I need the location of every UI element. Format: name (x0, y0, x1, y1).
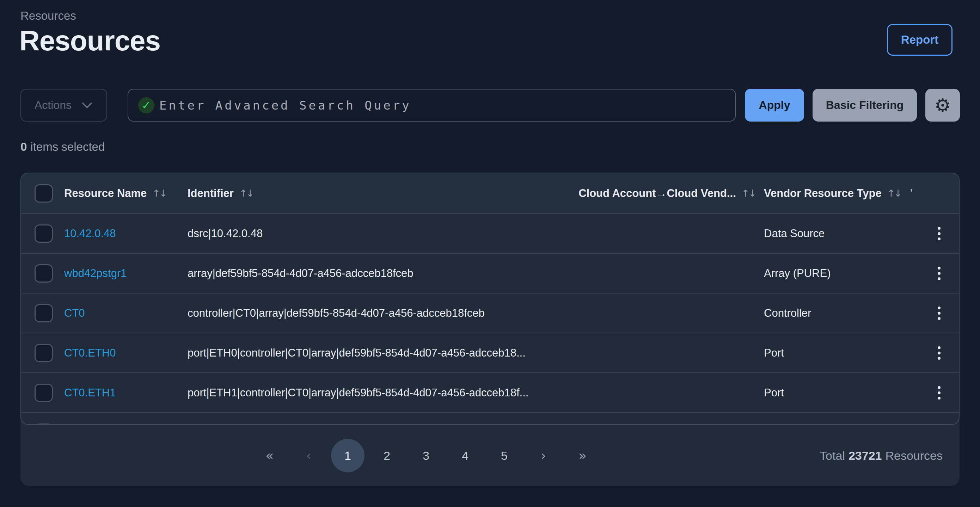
chevron-down-icon (82, 102, 92, 108)
table-row: CT0 controller|CT0|array|def59bf5-854d-4… (21, 293, 959, 332)
page-title: Resources (19, 25, 161, 57)
row-actions-kebab-icon[interactable] (938, 346, 940, 360)
column-header-identifier[interactable]: Identifier (188, 187, 234, 200)
sort-icon-cloud-account[interactable]: ↑↓ (742, 188, 756, 199)
sort-icon-vendor-resource-type[interactable]: ↑↓ (887, 188, 901, 199)
selection-summary: 0items selected (21, 140, 105, 154)
breadcrumb: Resources (21, 9, 76, 22)
resource-name-link[interactable]: CT0 (64, 307, 188, 319)
column-header-cloud-account[interactable]: Cloud Account→Cloud Vend... (579, 187, 736, 200)
resources-table: Resource Name ↑↓ Identifier ↑↓ Cloud Acc… (21, 173, 959, 425)
pagination-first-button[interactable]: « (253, 439, 286, 472)
row-actions-kebab-icon[interactable] (938, 307, 940, 320)
row-checkbox[interactable] (35, 384, 53, 402)
table-row: 10.42.0.48 dsrc|10.42.0.48 Data Source (21, 213, 959, 253)
select-all-checkbox[interactable] (35, 184, 53, 203)
gear-icon: ⚙ (934, 96, 951, 114)
table-row-partial (21, 412, 959, 425)
identifier-cell: controller|CT0|array|def59bf5-854d-4d07-… (188, 307, 764, 319)
apply-button[interactable]: Apply (745, 89, 804, 122)
pagination-next-button[interactable]: › (527, 439, 560, 472)
row-actions-kebab-icon[interactable] (938, 227, 940, 240)
pagination-page-5[interactable]: 5 (488, 439, 521, 472)
selected-count: 0 (21, 140, 27, 153)
pagination-page-1[interactable]: 1 (331, 439, 364, 472)
resource-name-link[interactable]: 10.42.0.48 (64, 227, 188, 240)
actions-dropdown-label: Actions (35, 99, 72, 112)
identifier-cell: array|def59bf5-854d-4d07-a456-adcceb18fc… (188, 267, 764, 280)
row-actions-kebab-icon[interactable] (938, 386, 940, 399)
identifier-cell: dsrc|10.42.0.48 (188, 227, 764, 240)
truncated-column-mark: ' (910, 187, 912, 200)
column-header-resource-name[interactable]: Resource Name (64, 187, 146, 200)
total-prefix: Total (819, 448, 845, 462)
vendor-type-cell: Controller (764, 307, 918, 319)
table-row: CT0.ETH1 port|ETH1|controller|CT0|array|… (21, 372, 959, 412)
selected-label: items selected (30, 140, 105, 153)
basic-filtering-button[interactable]: Basic Filtering (813, 89, 917, 122)
report-button[interactable]: Report (887, 24, 953, 56)
pagination-page-2[interactable]: 2 (370, 439, 404, 472)
actions-dropdown[interactable]: Actions (21, 89, 107, 122)
row-checkbox[interactable] (35, 344, 53, 362)
search-placeholder: Enter Advanced Search Query (159, 98, 411, 113)
pagination-prev-button[interactable]: ‹ (292, 439, 325, 472)
resources-card: Resource Name ↑↓ Identifier ↑↓ Cloud Acc… (21, 173, 959, 486)
table-footer: « ‹ 1 2 3 4 5 › » Total23721Resources (21, 425, 959, 486)
vendor-type-cell: Array (PURE) (764, 267, 918, 280)
pagination-page-3[interactable]: 3 (409, 439, 443, 472)
pagination-last-button[interactable]: » (566, 439, 599, 472)
identifier-cell: port|ETH1|controller|CT0|array|def59bf5-… (188, 386, 764, 399)
row-actions-kebab-icon[interactable] (938, 267, 940, 280)
total-suffix: Resources (885, 448, 943, 462)
table-row: CT0.ETH0 port|ETH0|controller|CT0|array|… (21, 332, 959, 372)
sort-icon-resource-name[interactable]: ↑↓ (152, 188, 166, 199)
resource-name-link[interactable]: CT0.ETH0 (64, 347, 188, 359)
total-count: 23721 (848, 448, 882, 462)
row-checkbox[interactable] (35, 224, 53, 243)
sort-icon-identifier[interactable]: ↑↓ (239, 188, 253, 199)
advanced-search-input[interactable]: ✓ Enter Advanced Search Query (127, 89, 736, 122)
resource-name-link[interactable]: CT0.ETH1 (64, 386, 188, 399)
vendor-type-cell: Data Source (764, 227, 918, 240)
row-checkbox[interactable] (35, 304, 53, 323)
vendor-type-cell: Port (764, 386, 918, 399)
column-header-vendor-resource-type[interactable]: Vendor Resource Type (764, 187, 881, 200)
toolbar: Actions ✓ Enter Advanced Search Query Ap… (21, 89, 960, 122)
table-row: wbd42pstgr1 array|def59bf5-854d-4d07-a45… (21, 253, 959, 293)
pagination-page-4[interactable]: 4 (449, 439, 482, 472)
resource-name-link[interactable]: wbd42pstgr1 (64, 267, 188, 280)
query-valid-check-icon: ✓ (138, 97, 154, 113)
pagination: « ‹ 1 2 3 4 5 › » (253, 439, 605, 472)
identifier-cell: port|ETH0|controller|CT0|array|def59bf5-… (188, 347, 764, 359)
vendor-type-cell: Port (764, 347, 918, 359)
table-header-row: Resource Name ↑↓ Identifier ↑↓ Cloud Acc… (21, 173, 959, 213)
total-resources: Total23721Resources (819, 448, 943, 462)
settings-button[interactable]: ⚙ (925, 89, 960, 122)
row-checkbox[interactable] (35, 264, 53, 283)
